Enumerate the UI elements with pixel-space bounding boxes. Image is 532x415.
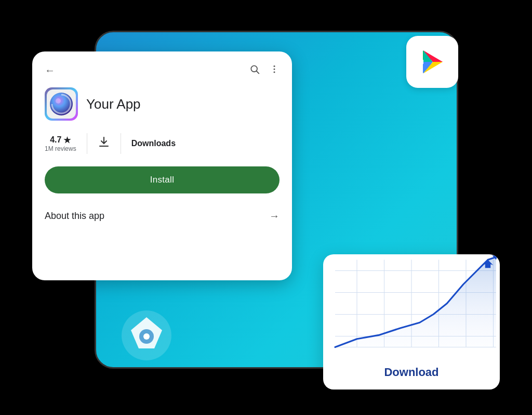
main-scene: ← xyxy=(32,20,500,395)
chart-card: Download xyxy=(323,254,500,390)
back-button[interactable]: ← xyxy=(45,64,55,76)
downloads-block xyxy=(87,136,121,151)
chart-download-label: Download xyxy=(384,366,438,379)
downloads-text-block: Downloads xyxy=(121,139,186,148)
svg-point-8 xyxy=(56,98,61,103)
more-icon[interactable] xyxy=(269,64,280,77)
bottom-logo-svg xyxy=(121,309,172,361)
reviews-label: 1M reviews xyxy=(45,145,76,152)
download-icon xyxy=(98,136,110,151)
svg-point-3 xyxy=(274,66,275,67)
rating-value: 4.7★ xyxy=(50,135,71,145)
play-store-icon xyxy=(406,36,458,88)
card-header: ← xyxy=(45,64,280,77)
chart-area xyxy=(323,254,500,364)
svg-point-7 xyxy=(50,93,73,115)
svg-line-2 xyxy=(257,71,259,74)
app-icon xyxy=(45,87,78,121)
chart-svg xyxy=(323,254,500,364)
play-store-logo xyxy=(417,46,448,77)
stats-row: 4.7★ 1M reviews Downloads xyxy=(45,133,280,154)
svg-point-11 xyxy=(143,333,150,340)
about-arrow-icon: → xyxy=(269,210,280,222)
svg-point-4 xyxy=(274,69,275,70)
install-button[interactable]: Install xyxy=(45,166,280,193)
rating-block: 4.7★ 1M reviews xyxy=(45,135,87,152)
app-name: Your App xyxy=(86,96,141,112)
header-icons xyxy=(249,64,280,77)
bottom-logo xyxy=(121,309,172,364)
app-info-row: Your App xyxy=(45,87,280,121)
about-row[interactable]: About this app → xyxy=(45,206,280,226)
star-icon: ★ xyxy=(63,135,71,145)
svg-point-5 xyxy=(274,71,275,73)
about-label: About this app xyxy=(45,211,104,222)
search-icon[interactable] xyxy=(249,64,260,77)
downloads-value: Downloads xyxy=(131,139,176,148)
app-listing-card: ← xyxy=(32,51,292,280)
app-icon-svg xyxy=(47,89,76,119)
